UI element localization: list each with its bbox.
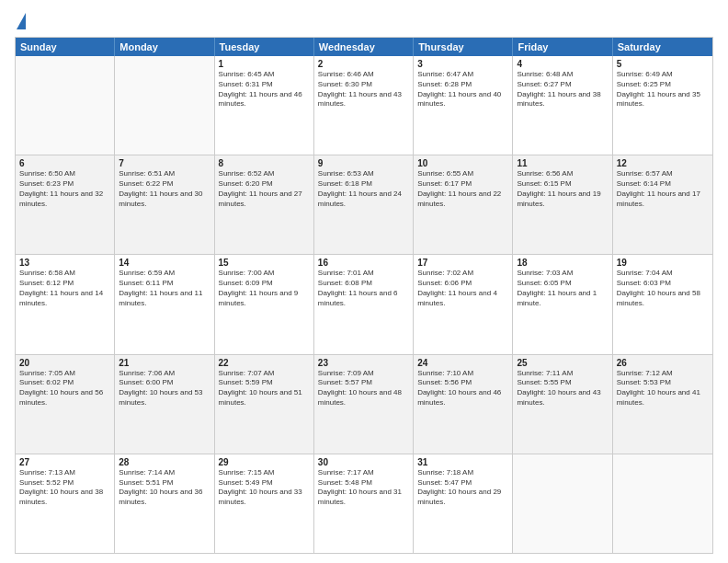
day-number: 25: [517, 358, 608, 368]
day-info: Sunrise: 7:04 AM Sunset: 6:03 PM Dayligh…: [617, 269, 709, 308]
calendar-header-day: Monday: [115, 38, 214, 56]
day-info: Sunrise: 7:18 AM Sunset: 5:47 PM Dayligh…: [417, 468, 508, 508]
day-number: 15: [219, 258, 310, 268]
day-number: 24: [417, 358, 508, 368]
calendar-header-day: Friday: [513, 38, 612, 56]
day-info: Sunrise: 6:46 AM Sunset: 6:30 PM Dayligh…: [318, 70, 409, 109]
day-info: Sunrise: 7:12 AM Sunset: 5:53 PM Dayligh…: [617, 369, 709, 408]
calendar-cell: 23Sunrise: 7:09 AM Sunset: 5:57 PM Dayli…: [314, 355, 414, 454]
calendar-cell: 17Sunrise: 7:02 AM Sunset: 6:06 PM Dayli…: [414, 255, 513, 353]
calendar-cell: 15Sunrise: 7:00 AM Sunset: 6:09 PM Dayli…: [215, 255, 314, 353]
day-info: Sunrise: 7:15 AM Sunset: 5:49 PM Dayligh…: [219, 468, 310, 508]
calendar-cell: 2Sunrise: 6:46 AM Sunset: 6:30 PM Daylig…: [314, 56, 414, 155]
calendar-header: SundayMondayTuesdayWednesdayThursdayFrid…: [16, 38, 712, 56]
calendar-cell: 13Sunrise: 6:58 AM Sunset: 6:12 PM Dayli…: [16, 255, 115, 353]
day-number: 26: [617, 358, 709, 368]
calendar-cell: 6Sunrise: 6:50 AM Sunset: 6:23 PM Daylig…: [16, 155, 115, 254]
calendar-header-day: Saturday: [613, 38, 712, 56]
calendar-cell-empty: [613, 454, 712, 553]
day-number: 16: [318, 258, 409, 268]
calendar-cell: 5Sunrise: 6:49 AM Sunset: 6:25 PM Daylig…: [613, 56, 712, 155]
calendar-body: 1Sunrise: 6:45 AM Sunset: 6:31 PM Daylig…: [16, 56, 712, 553]
day-info: Sunrise: 7:11 AM Sunset: 5:55 PM Dayligh…: [517, 369, 608, 408]
calendar-cell: 4Sunrise: 6:48 AM Sunset: 6:27 PM Daylig…: [513, 56, 612, 155]
day-info: Sunrise: 6:53 AM Sunset: 6:18 PM Dayligh…: [318, 169, 409, 209]
calendar-cell: 29Sunrise: 7:15 AM Sunset: 5:49 PM Dayli…: [215, 454, 314, 553]
day-number: 18: [517, 258, 608, 268]
day-info: Sunrise: 7:17 AM Sunset: 5:48 PM Dayligh…: [318, 468, 409, 508]
day-info: Sunrise: 7:10 AM Sunset: 5:56 PM Dayligh…: [417, 369, 508, 408]
calendar-cell: 28Sunrise: 7:14 AM Sunset: 5:51 PM Dayli…: [115, 454, 214, 553]
header: [15, 11, 713, 29]
calendar-cell: 21Sunrise: 7:06 AM Sunset: 6:00 PM Dayli…: [115, 355, 214, 454]
day-info: Sunrise: 7:01 AM Sunset: 6:08 PM Dayligh…: [318, 269, 409, 308]
day-info: Sunrise: 6:58 AM Sunset: 6:12 PM Dayligh…: [19, 269, 110, 308]
day-info: Sunrise: 6:57 AM Sunset: 6:14 PM Dayligh…: [617, 169, 709, 209]
calendar-header-day: Sunday: [16, 38, 115, 56]
day-number: 7: [119, 158, 210, 168]
calendar-cell: 14Sunrise: 6:59 AM Sunset: 6:11 PM Dayli…: [115, 255, 214, 353]
calendar-cell: 16Sunrise: 7:01 AM Sunset: 6:08 PM Dayli…: [314, 255, 414, 353]
day-number: 30: [318, 457, 409, 467]
calendar-row: 1Sunrise: 6:45 AM Sunset: 6:31 PM Daylig…: [16, 56, 712, 155]
day-number: 13: [19, 258, 110, 268]
day-info: Sunrise: 6:45 AM Sunset: 6:31 PM Dayligh…: [219, 70, 310, 109]
day-info: Sunrise: 7:06 AM Sunset: 6:00 PM Dayligh…: [119, 369, 210, 408]
calendar-cell: 3Sunrise: 6:47 AM Sunset: 6:28 PM Daylig…: [414, 56, 513, 155]
calendar-cell: 24Sunrise: 7:10 AM Sunset: 5:56 PM Dayli…: [414, 355, 513, 454]
day-number: 6: [19, 158, 110, 168]
calendar-cell: 11Sunrise: 6:56 AM Sunset: 6:15 PM Dayli…: [513, 155, 612, 254]
calendar-cell: 30Sunrise: 7:17 AM Sunset: 5:48 PM Dayli…: [314, 454, 414, 553]
day-info: Sunrise: 6:50 AM Sunset: 6:23 PM Dayligh…: [19, 169, 110, 209]
day-info: Sunrise: 7:07 AM Sunset: 5:59 PM Dayligh…: [219, 369, 310, 408]
day-number: 29: [219, 457, 310, 467]
day-number: 10: [417, 158, 508, 168]
day-info: Sunrise: 6:56 AM Sunset: 6:15 PM Dayligh…: [517, 169, 608, 209]
day-number: 14: [119, 258, 210, 268]
calendar-cell: 22Sunrise: 7:07 AM Sunset: 5:59 PM Dayli…: [215, 355, 314, 454]
day-info: Sunrise: 7:03 AM Sunset: 6:05 PM Dayligh…: [517, 269, 608, 308]
calendar-cell: 31Sunrise: 7:18 AM Sunset: 5:47 PM Dayli…: [414, 454, 513, 553]
day-info: Sunrise: 6:55 AM Sunset: 6:17 PM Dayligh…: [417, 169, 508, 209]
day-info: Sunrise: 7:05 AM Sunset: 6:02 PM Dayligh…: [19, 369, 110, 408]
day-number: 4: [517, 59, 608, 69]
logo-triangle-icon: [17, 13, 26, 29]
calendar-cell-empty: [115, 56, 214, 155]
day-number: 28: [119, 457, 210, 467]
day-number: 31: [417, 457, 508, 467]
calendar-row: 13Sunrise: 6:58 AM Sunset: 6:12 PM Dayli…: [16, 254, 712, 353]
calendar-header-day: Thursday: [414, 38, 513, 56]
day-number: 12: [617, 158, 709, 168]
calendar-cell: 9Sunrise: 6:53 AM Sunset: 6:18 PM Daylig…: [314, 155, 414, 254]
day-number: 20: [19, 358, 110, 368]
day-number: 3: [417, 59, 508, 69]
calendar-cell: 27Sunrise: 7:13 AM Sunset: 5:52 PM Dayli…: [16, 454, 115, 553]
day-number: 5: [617, 59, 709, 69]
calendar-cell: 19Sunrise: 7:04 AM Sunset: 6:03 PM Dayli…: [613, 255, 712, 353]
calendar-cell: 7Sunrise: 6:51 AM Sunset: 6:22 PM Daylig…: [115, 155, 214, 254]
day-info: Sunrise: 6:48 AM Sunset: 6:27 PM Dayligh…: [517, 70, 608, 109]
calendar-header-day: Wednesday: [314, 38, 414, 56]
day-number: 9: [318, 158, 409, 168]
day-info: Sunrise: 7:02 AM Sunset: 6:06 PM Dayligh…: [417, 269, 508, 308]
day-number: 19: [617, 258, 709, 268]
day-info: Sunrise: 7:00 AM Sunset: 6:09 PM Dayligh…: [219, 269, 310, 308]
day-info: Sunrise: 7:09 AM Sunset: 5:57 PM Dayligh…: [318, 369, 409, 408]
calendar-cell: 1Sunrise: 6:45 AM Sunset: 6:31 PM Daylig…: [215, 56, 314, 155]
day-info: Sunrise: 6:59 AM Sunset: 6:11 PM Dayligh…: [119, 269, 210, 308]
calendar: SundayMondayTuesdayWednesdayThursdayFrid…: [15, 37, 713, 554]
day-info: Sunrise: 7:14 AM Sunset: 5:51 PM Dayligh…: [119, 468, 210, 508]
day-info: Sunrise: 6:52 AM Sunset: 6:20 PM Dayligh…: [219, 169, 310, 209]
day-number: 11: [517, 158, 608, 168]
calendar-cell-empty: [513, 454, 612, 553]
day-number: 22: [219, 358, 310, 368]
calendar-cell: 25Sunrise: 7:11 AM Sunset: 5:55 PM Dayli…: [513, 355, 612, 454]
calendar-cell-empty: [16, 56, 115, 155]
logo: [15, 11, 26, 29]
day-number: 21: [119, 358, 210, 368]
day-info: Sunrise: 6:49 AM Sunset: 6:25 PM Dayligh…: [617, 70, 709, 109]
calendar-row: 6Sunrise: 6:50 AM Sunset: 6:23 PM Daylig…: [16, 155, 712, 254]
day-info: Sunrise: 6:47 AM Sunset: 6:28 PM Dayligh…: [417, 70, 508, 109]
calendar-cell: 8Sunrise: 6:52 AM Sunset: 6:20 PM Daylig…: [215, 155, 314, 254]
calendar-cell: 10Sunrise: 6:55 AM Sunset: 6:17 PM Dayli…: [414, 155, 513, 254]
